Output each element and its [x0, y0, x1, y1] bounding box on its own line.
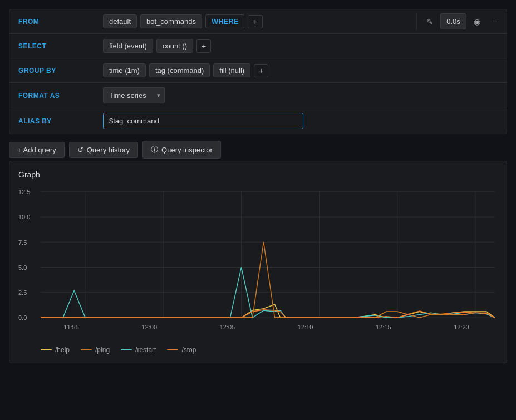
svg-text:5.0: 5.0 — [18, 264, 27, 270]
legend-stop: /stop — [167, 346, 196, 354]
query-history-label: Query history — [87, 146, 130, 154]
query-panel-inner: FROM default bot_commands WHERE + ✎ 0.0s… — [9, 9, 507, 134]
groupby-time-btn[interactable]: time (1m) — [103, 63, 146, 77]
minus-icon: − — [493, 17, 497, 26]
query-inspector-btn[interactable]: ⓘ Query inspector — [142, 141, 221, 159]
from-database-btn[interactable]: default — [103, 14, 137, 28]
bottom-actions: + Add query ↺ Query history ⓘ Query insp… — [0, 134, 516, 161]
select-content: field (event) count () + — [99, 37, 507, 55]
inspector-icon: ⓘ — [151, 145, 158, 155]
svg-text:7.5: 7.5 — [18, 239, 27, 245]
edit-btn[interactable]: ✎ — [421, 14, 438, 29]
groupby-label: GROUP BY — [9, 67, 99, 75]
stop-legend-line — [167, 349, 178, 350]
chart-area: 12.5 10.0 7.5 5.0 2.5 0.0 11:55 12:00 12… — [18, 186, 498, 342]
format-row: FORMAT AS Time series Table World map Tr… — [9, 83, 507, 108]
add-query-btn[interactable]: + Add query — [9, 142, 65, 158]
svg-text:2.5: 2.5 — [18, 289, 27, 296]
query-history-btn[interactable]: ↺ Query history — [69, 142, 138, 158]
select-field-btn[interactable]: field (event) — [103, 39, 153, 53]
format-select[interactable]: Time series Table World map Trace — [103, 87, 165, 103]
help-legend-line — [41, 349, 52, 350]
stop-legend-label: /stop — [181, 346, 196, 354]
from-label: FROM — [9, 18, 99, 26]
eye-icon: ◉ — [474, 17, 480, 26]
svg-text:12:10: 12:10 — [298, 324, 313, 330]
select-label: SELECT — [9, 42, 99, 50]
groupby-add-btn[interactable]: + — [254, 64, 268, 77]
ping-legend-line — [81, 349, 92, 350]
where-add-btn[interactable]: + — [248, 15, 262, 28]
select-row: SELECT field (event) count () + — [9, 34, 507, 58]
where-btn[interactable]: WHERE — [205, 14, 244, 28]
help-legend-label: /help — [55, 346, 70, 354]
groupby-fill-btn[interactable]: fill (null) — [213, 63, 250, 77]
svg-text:12:20: 12:20 — [454, 324, 469, 330]
from-row: FROM default bot_commands WHERE + ✎ 0.0s… — [9, 9, 507, 34]
groupby-row: GROUP BY time (1m) tag (command) fill (n… — [9, 58, 507, 83]
ping-line — [41, 242, 495, 318]
from-content: default bot_commands WHERE + — [99, 12, 416, 31]
legend: /help /ping /restart /stop — [18, 346, 498, 354]
svg-text:10.0: 10.0 — [18, 214, 30, 220]
remove-btn[interactable]: − — [488, 14, 502, 29]
toolbar: ✎ 0.0s ◉ − — [416, 13, 507, 29]
groupby-tag-btn[interactable]: tag (command) — [149, 63, 210, 77]
graph-panel: Graph 12.5 10.0 7.5 5.0 2.5 0.0 11 — [9, 161, 507, 363]
format-content: Time series Table World map Trace ▾ — [99, 85, 507, 106]
svg-text:12:15: 12:15 — [376, 324, 391, 330]
from-table-btn[interactable]: bot_commands — [140, 14, 202, 28]
query-inspector-label: Query inspector — [161, 146, 213, 154]
alias-input[interactable] — [103, 113, 303, 129]
graph-title: Graph — [18, 170, 498, 179]
query-panel: FROM default bot_commands WHERE + ✎ 0.0s… — [0, 9, 516, 161]
svg-text:12:05: 12:05 — [220, 324, 235, 330]
select-add-btn[interactable]: + — [196, 39, 211, 53]
groupby-content: time (1m) tag (command) fill (null) + — [99, 61, 507, 80]
format-select-wrapper: Time series Table World map Trace ▾ — [103, 87, 165, 103]
svg-text:11:55: 11:55 — [63, 324, 79, 330]
pencil-icon: ✎ — [426, 17, 433, 26]
svg-text:0.0: 0.0 — [18, 314, 27, 321]
legend-ping: /ping — [81, 346, 110, 354]
eye-btn[interactable]: ◉ — [469, 14, 485, 29]
history-icon: ↺ — [77, 146, 83, 154]
time-badge: 0.0s — [440, 13, 466, 29]
chart-svg: 12.5 10.0 7.5 5.0 2.5 0.0 11:55 12:00 12… — [18, 186, 498, 342]
restart-legend-label: /restart — [135, 346, 156, 354]
format-label: FORMAT AS — [9, 92, 99, 100]
legend-help: /help — [41, 346, 70, 354]
svg-text:12.5: 12.5 — [18, 189, 30, 195]
svg-text:12:00: 12:00 — [142, 324, 158, 330]
select-agg-btn[interactable]: count () — [156, 39, 193, 53]
ping-legend-label: /ping — [95, 346, 110, 354]
legend-restart: /restart — [121, 346, 156, 354]
alias-content — [99, 111, 507, 131]
alias-label: ALIAS BY — [9, 117, 99, 125]
alias-row: ALIAS BY — [9, 108, 507, 134]
restart-legend-line — [121, 349, 132, 350]
